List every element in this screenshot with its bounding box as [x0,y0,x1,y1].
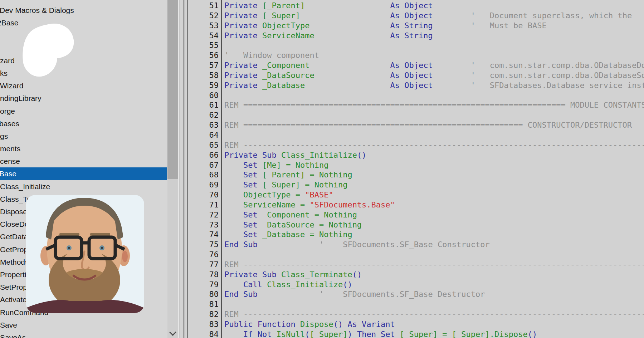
line-number: 82 [190,309,221,319]
code-line[interactable] [224,90,644,101]
line-number: 59 [190,80,221,90]
line-number: 81 [190,299,221,309]
tree-item-label: Dispose [0,205,27,218]
code-line[interactable]: Set _DataSource = Nothing [224,220,644,230]
code-line[interactable]: Public Function Dispose() As Variant [224,319,644,329]
code-line[interactable]: Private _Component As Object ' com.sun.s… [224,60,644,70]
line-number: 68 [190,170,221,180]
code-line[interactable]: ObjectType = "BASE" [224,190,644,200]
code-line[interactable]: Set [Me] = Nothing [224,160,644,170]
tree-item-label: cense [0,155,20,167]
code-line[interactable]: ' Window component [224,50,644,60]
code-line[interactable]: End Sub ' SFDocuments.SF_Base Destructor [224,289,644,299]
tree-item[interactable]: Class_Initialize [0,180,167,193]
tree-item[interactable]: Wizard [0,79,167,92]
line-number: 65 [190,140,221,150]
code-line[interactable] [224,110,644,120]
line-number: 76 [190,250,221,260]
code-line[interactable]: Set [_Parent] = Nothing [224,170,644,180]
sidebar-scrollbar[interactable] [167,0,178,338]
tree-item-label: ndingLibrary [0,92,42,104]
tree-item[interactable]: orge [0,105,167,117]
code-line[interactable]: Private _DataSource As Object ' com.sun.… [224,70,644,80]
tree-item[interactable]: Dev Macros & Dialogs [0,4,167,16]
code-line[interactable] [224,250,644,260]
line-number: 77 [190,260,221,270]
tree-item[interactable]: Save [0,319,167,331]
code-line[interactable]: REM ====================================… [224,100,644,110]
tree-item-label: Wizard [0,79,23,92]
code-line[interactable]: Set _Component = Nothing [224,210,644,220]
code-line[interactable]: End Sub ' SFDocuments.SF_Base Constructo… [224,240,644,250]
line-number: 63 [190,120,221,130]
code-line[interactable]: REM ------------------------------------… [224,140,644,150]
code-line[interactable]: Private Sub Class_Terminate() [224,270,644,280]
line-number: 69 [190,180,221,190]
line-number: 66 [190,150,221,160]
line-number: 51 [190,1,221,11]
tree-item-label: SaveAs [0,331,26,338]
tree-item-label: zard [0,54,15,67]
tree-item[interactable]: cense [0,155,167,167]
code-line[interactable]: Private Sub Class_Initialize() [224,150,644,160]
line-number: 60 [190,90,221,101]
tree-item[interactable]: ments [0,142,167,155]
tree-item-label: ments [0,142,20,155]
line-number-gutter: 5152535455565758596061626364656667686970… [190,0,222,338]
line-number: 58 [190,70,221,80]
line-number: 75 [190,240,221,250]
code-line[interactable]: If Not IsNull([_Super]) Then Set [_Super… [224,329,644,338]
chevron-down-icon [169,329,176,336]
line-number: 73 [190,220,221,230]
line-number: 56 [190,50,221,60]
tree-item-selected[interactable]: Base [0,167,167,180]
scrollbar-thumb[interactable] [167,0,178,179]
code-editor[interactable]: Private [_Parent] As ObjectPrivate [_Sup… [223,0,644,338]
tree-item-label: bases [0,117,19,130]
code-line[interactable]: REM ------------------------------------… [224,260,644,270]
tree-item[interactable]: gs [0,130,167,142]
tree-item-label: Dev Macros & Dialogs [0,4,74,16]
code-line[interactable]: Private ServiceName As String [224,31,644,41]
code-line[interactable] [224,40,644,50]
line-number: 78 [190,270,221,280]
tree-item[interactable]: ndingLibrary [0,92,167,104]
code-line[interactable] [224,299,644,309]
tree-item[interactable]: bases [0,117,167,130]
tree-item-label: Methods [0,256,29,268]
tree-item[interactable]: SaveAs [0,331,167,338]
line-number: 72 [190,210,221,220]
code-line[interactable]: Private [_Parent] As Object [224,1,644,11]
tree-item-label: Save [0,319,17,331]
panel-splitter[interactable] [179,0,190,338]
code-line[interactable]: REM ====================================… [224,120,644,130]
code-line[interactable]: REM ------------------------------------… [224,309,644,319]
code-line[interactable]: Private [_Super] As Object ' Document su… [224,11,644,21]
line-number: 57 [190,60,221,70]
tree-item-label: ks [0,67,8,79]
line-number: 52 [190,11,221,21]
line-number: 53 [190,21,221,31]
profile-photo [26,195,144,313]
code-line[interactable]: ServiceName = "SFDocuments.Base" [224,200,644,210]
basic-ide-window: { "colors": { "bg_sidebar": "#d6d6d6", "… [0,0,644,338]
tree-item-label: 2Base [0,16,19,29]
white-redaction-blob [21,23,75,78]
scrollbar-down-button[interactable] [167,327,178,338]
tree-item-label: orge [0,105,15,117]
code-line[interactable]: Private ObjectType As String ' Must be B… [224,21,644,31]
tree-item-label: Activate [0,293,27,306]
code-line[interactable] [224,130,644,140]
line-number: 84 [190,329,221,338]
line-number: 54 [190,31,221,41]
code-line[interactable]: Private _Database As Object ' SFDatabase… [224,80,644,90]
tree-item-label: Base [0,167,16,180]
line-number: 79 [190,280,221,290]
line-number: 64 [190,130,221,140]
code-line[interactable]: Call Class_Initialize() [224,280,644,290]
code-line[interactable]: Set _Database = Nothing [224,230,644,240]
line-number: 62 [190,110,221,120]
tree-item-label: gs [0,130,8,142]
code-line[interactable]: Set [_Super] = Nothing [224,180,644,190]
line-number: 70 [190,190,221,200]
